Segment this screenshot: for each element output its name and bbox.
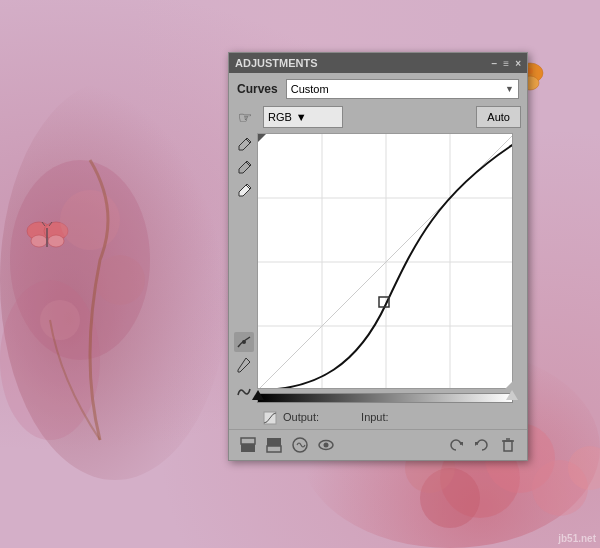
curve-icon-small [263,411,277,425]
floral-left [0,60,230,480]
panel-close-button[interactable]: × [515,58,521,69]
channel-label: RGB [268,111,292,123]
output-value [325,411,355,425]
adjustments-panel: ADJUSTMENTS − ≡ × Curves Custom ▼ ☞ RGB … [228,52,528,461]
svg-rect-48 [504,441,512,451]
visibility-icon[interactable] [315,434,337,456]
footer-left-tools [237,434,337,456]
curve-canvas[interactable] [257,133,513,389]
panel-footer [229,429,527,460]
panel-header: Curves Custom ▼ [229,73,527,103]
input-label: Input: [361,411,389,425]
gradient-slider-container[interactable] [257,393,513,403]
output-label: Output: [283,411,319,425]
svg-point-45 [324,443,329,448]
channel-arrow: ▼ [296,111,307,123]
panel-minimize-button[interactable]: − [491,58,497,69]
svg-marker-46 [459,442,463,446]
pencil-draw-tool[interactable] [234,355,254,375]
clip-shadows-icon[interactable] [237,434,259,456]
svg-rect-40 [241,438,255,444]
delete-layer-icon[interactable] [497,434,519,456]
smooth-curve-tool[interactable] [234,382,254,402]
side-tools-wrapper [228,52,254,402]
titlebar-controls: − ≡ × [491,58,521,69]
svg-rect-39 [241,444,255,452]
curve-tools-column [234,332,254,402]
auto-button[interactable]: Auto [476,106,521,128]
preset-dropdown[interactable]: Custom ▼ [286,79,519,99]
svg-marker-47 [475,442,479,446]
slider-handle-white[interactable] [506,390,518,400]
svg-point-51 [242,340,246,344]
svg-rect-41 [267,438,281,446]
svg-point-18 [60,190,120,250]
gradient-slider[interactable] [257,393,513,403]
clip-highlights-icon[interactable] [263,434,285,456]
footer-right-tools [445,434,519,456]
reset-icon[interactable] [445,434,467,456]
channel-dropdown[interactable]: RGB ▼ [263,106,343,128]
preset-dropdown-arrow: ▼ [505,84,514,94]
panel-titlebar: ADJUSTMENTS − ≡ × [229,53,527,73]
preset-value: Custom [291,83,329,95]
curve-draw-tool[interactable] [234,332,254,352]
undo-icon[interactable] [471,434,493,456]
gradient-slider-row [229,389,527,407]
svg-point-20 [40,300,80,340]
svg-point-19 [95,255,145,305]
panel-menu-button[interactable]: ≡ [503,58,509,69]
watermark: jb51.net [558,533,596,544]
output-input-row: Output: Input: [229,407,527,429]
input-value [395,411,425,425]
auto-adjust-icon[interactable] [289,434,311,456]
corner-indicator-tl [258,134,266,142]
curve-grid [258,134,513,389]
svg-rect-42 [267,446,281,452]
